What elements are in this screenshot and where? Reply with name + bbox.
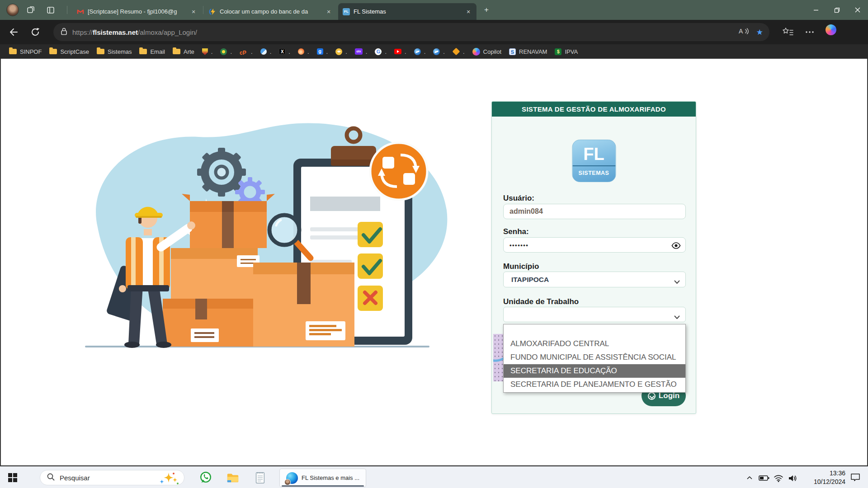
bookmark-item[interactable]: . xyxy=(453,48,465,55)
bookmark-folder-scriptcase[interactable]: ScriptCase xyxy=(49,48,89,55)
bookmark-item[interactable]: . xyxy=(260,48,272,55)
warehouse-illustration xyxy=(54,92,466,363)
bookmark-label: ScriptCase xyxy=(60,48,89,55)
badge-crest-icon xyxy=(202,48,208,55)
bookmark-folder-arte[interactable]: Arte xyxy=(173,48,194,55)
usuario-input[interactable] xyxy=(503,204,686,219)
new-tab-button[interactable]: + xyxy=(482,5,491,14)
tab-fl-sistemas-active[interactable]: FL Sistemas ✕ xyxy=(338,3,476,20)
bookmark-folder-sinpof[interactable]: SINPOF xyxy=(9,48,42,55)
logo-text-sistemas: SISTEMAS xyxy=(572,166,615,181)
tab-label: FL Sistemas xyxy=(354,8,461,15)
bookmark-item[interactable]: . xyxy=(202,48,213,55)
bookmark-item[interactable]: . xyxy=(279,48,290,55)
senha-input[interactable]: ••••••• xyxy=(503,237,686,253)
browser-titlebar: [Scriptcase] Resumo - fjpl1006@g ✕ Coloc… xyxy=(0,0,868,20)
close-tab-icon[interactable]: ✕ xyxy=(325,8,332,15)
folder-icon xyxy=(173,49,180,54)
bookmark-label: . xyxy=(405,48,406,55)
youtube-icon xyxy=(394,49,401,54)
whatsapp-icon[interactable] xyxy=(199,471,212,484)
read-aloud-icon[interactable]: A xyxy=(738,27,750,37)
bookmark-copilot[interactable]: Copilot xyxy=(472,48,501,56)
show-password-eye-icon[interactable] xyxy=(671,241,681,250)
dropdown-option-empty[interactable] xyxy=(504,325,685,337)
gear-large-icon xyxy=(197,148,246,197)
bookmark-item[interactable]: . xyxy=(375,48,387,55)
dropdown-option[interactable]: FUNDO MUNICIPAL DE ASSISTÊNCIA SOCIAL xyxy=(504,351,685,364)
tab-scriptcase[interactable]: Colocar um campo do banc de da ✕ xyxy=(204,3,337,20)
address-bar[interactable]: https://flsistemas.net/almoxa/app_Login/… xyxy=(53,23,769,41)
wifi-icon[interactable] xyxy=(773,474,784,483)
minimize-button[interactable] xyxy=(806,0,826,20)
blue-globe-icon xyxy=(414,48,421,55)
tray-clock[interactable]: 13:36 10/12/2024 xyxy=(804,469,845,486)
dropdown-option-highlighted[interactable]: SECRETARIA DE EDUCAÇÃO xyxy=(504,364,685,378)
sparkle-icon xyxy=(157,471,180,487)
unidade-select[interactable] xyxy=(503,307,686,322)
bookmark-item[interactable]: . xyxy=(335,48,347,55)
refresh-icon[interactable] xyxy=(29,26,42,38)
bookmark-item[interactable]: . xyxy=(220,48,232,55)
profile-avatar[interactable] xyxy=(6,4,19,16)
bookmark-item[interactable]: . xyxy=(298,48,309,55)
password-mask: ••••••• xyxy=(509,242,528,249)
bookmark-label: . xyxy=(424,48,426,55)
folder-icon xyxy=(139,49,147,54)
tab-gmail[interactable]: [Scriptcase] Resumo - fjpl1006@g ✕ xyxy=(72,3,202,20)
folder-icon xyxy=(97,49,104,54)
box-bottom xyxy=(163,299,253,347)
municipio-value: ITAPIPOCA xyxy=(511,276,549,284)
bookmark-item[interactable]: . xyxy=(355,48,368,55)
restore-button[interactable] xyxy=(826,0,847,20)
unidade-dropdown-list: ALMOXARIFADO CENTRAL FUNDO MUNICIPAL DE … xyxy=(503,324,686,393)
notifications-icon[interactable] xyxy=(850,473,861,482)
browser-toolbar: https://flsistemas.net/almoxa/app_Login/… xyxy=(0,20,868,44)
taskbar-active-app[interactable]: FL Sistemas e mais ... xyxy=(279,469,366,487)
bookmark-renavam[interactable]: RENAVAM xyxy=(509,48,547,55)
dropdown-option[interactable]: ALMOXARIFADO CENTRAL xyxy=(504,337,685,351)
taskbar-search[interactable]: Pesquisar xyxy=(40,470,184,485)
url-text: https://flsistemas.net/almoxa/app_Login/ xyxy=(72,28,197,36)
bookmark-label: . xyxy=(307,48,309,55)
green-crest-icon xyxy=(220,48,227,55)
bookmark-item[interactable]: . xyxy=(414,48,426,55)
copilot-icon xyxy=(472,48,480,56)
bookmark-ipva[interactable]: IPVA xyxy=(555,48,578,55)
bookmark-item[interactable]: . xyxy=(317,48,328,55)
close-tab-icon[interactable]: ✕ xyxy=(465,8,472,15)
municipio-select[interactable]: ITAPIPOCA xyxy=(503,272,686,287)
file-explorer-icon[interactable] xyxy=(226,471,240,484)
start-button-icon[interactable] xyxy=(8,473,17,482)
tray-chevron-up-icon[interactable] xyxy=(744,474,755,483)
favorite-added-star-icon[interactable]: ★ xyxy=(756,28,763,37)
bookmark-item[interactable]: . xyxy=(433,48,445,55)
bookmark-folder-email[interactable]: Email xyxy=(139,48,165,55)
login-button-chevron-icon xyxy=(648,392,656,400)
bookmark-item[interactable]: . xyxy=(240,48,253,55)
copilot-icon[interactable] xyxy=(826,24,836,35)
bookmark-label: Sistemas xyxy=(108,48,132,55)
back-icon[interactable] xyxy=(7,26,20,38)
close-window-button[interactable] xyxy=(847,0,868,20)
notepad-icon[interactable] xyxy=(253,471,267,484)
settings-more-icon[interactable] xyxy=(805,27,815,38)
g-square-icon xyxy=(317,48,323,55)
bookmark-label: . xyxy=(463,48,465,55)
bookmark-item[interactable]: . xyxy=(394,48,406,55)
usuario-label: Usuário: xyxy=(503,194,534,203)
battery-icon[interactable] xyxy=(759,474,769,483)
login-button-label: Login xyxy=(659,391,679,400)
bookmark-label: SINPOF xyxy=(20,48,42,55)
bookmark-label: RENAVAM xyxy=(519,48,547,55)
speaker-icon[interactable] xyxy=(788,474,798,483)
tab-actions-icon[interactable] xyxy=(46,5,55,14)
workspaces-icon[interactable] xyxy=(26,5,35,14)
favorites-icon[interactable] xyxy=(782,27,794,38)
box-middle xyxy=(171,248,259,299)
close-tab-icon[interactable]: ✕ xyxy=(190,8,197,15)
bookmark-folder-sistemas[interactable]: Sistemas xyxy=(97,48,132,55)
dropdown-option[interactable]: SECRETARIA DE PLANEJAMENTO E GESTÃO xyxy=(504,378,685,391)
search-icon xyxy=(47,473,55,483)
page-content: SISTEMA DE GESTÃO DE ALMOXARIFADO FL SIS… xyxy=(0,59,868,466)
